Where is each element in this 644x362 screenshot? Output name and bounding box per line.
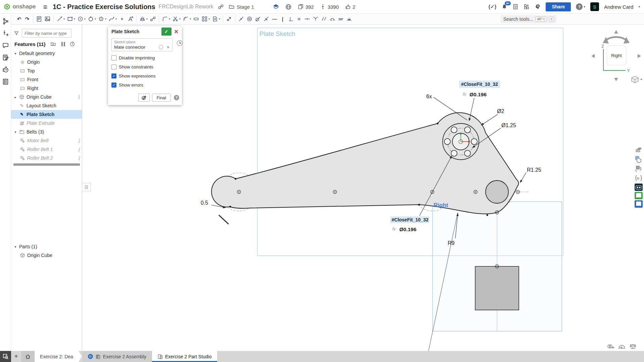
dim-closefit-bottom[interactable]: #CloseFit_10_32 <box>392 217 429 222</box>
extension-robot-icon[interactable] <box>635 184 643 191</box>
caret-down-icon[interactable]: ▾ <box>14 245 17 249</box>
feature-folder-belts[interactable]: ▾Belts (3) <box>11 127 82 136</box>
ai-advisor-icon[interactable] <box>535 4 541 10</box>
help-menu[interactable]: ?▾ <box>576 3 585 10</box>
dim-count[interactable]: 6x <box>426 94 432 99</box>
cancel-button[interactable]: ✕ <box>174 29 179 35</box>
rotate-down-arrow[interactable] <box>614 78 618 81</box>
feature-filter-input[interactable] <box>22 29 71 38</box>
tape-measure-icon[interactable] <box>607 343 614 350</box>
line-tool[interactable]: ▾ <box>55 15 66 23</box>
extension-green-docs-icon[interactable] <box>635 192 643 199</box>
bom-list-icon[interactable] <box>2 78 9 85</box>
slot-tool[interactable] <box>192 15 200 23</box>
feature-item-origin-cube[interactable]: ▸Origin Cube⋮ <box>11 93 82 101</box>
rotate-up-arrow[interactable] <box>614 30 618 34</box>
feature-item-origin[interactable]: ◎Origin <box>11 58 82 66</box>
sketch-text-tool[interactable] <box>126 15 135 23</box>
caret-down-icon[interactable]: ▾ <box>14 52 17 55</box>
notifications-bell-icon[interactable]: 9+ <box>501 4 507 10</box>
avatar[interactable]: S <box>590 2 599 11</box>
clear-selection-icon[interactable]: ✕ <box>166 45 170 50</box>
insert-feature-icon[interactable] <box>2 30 9 37</box>
normal-constraint[interactable] <box>345 15 353 23</box>
feature-item-roller-belt-1[interactable]: Roller Belt 1⋮ <box>11 145 82 154</box>
equal-constraint[interactable] <box>320 15 328 23</box>
tangent-constraint[interactable] <box>254 15 262 23</box>
roller-circle[interactable] <box>486 180 508 203</box>
perpendicular-constraint[interactable] <box>287 15 295 23</box>
search-tabs-button[interactable] <box>0 351 11 362</box>
confirm-button[interactable]: ✓ <box>161 28 171 36</box>
feature-item-motor-belt[interactable]: Motor Belt⋮ <box>11 136 82 145</box>
trim-tool[interactable]: ▾ <box>171 15 182 23</box>
protractor-icon[interactable] <box>618 343 626 350</box>
insert-image-button[interactable] <box>43 15 52 23</box>
parts-section-header[interactable]: ▾Parts (1) <box>11 242 82 251</box>
feature-item-top-plane[interactable]: Top <box>11 66 82 75</box>
feature-item-default-geometry[interactable]: ▾Default geometry <box>11 49 82 58</box>
checkbox-show-constraints[interactable]: Show constraints <box>111 64 179 69</box>
checkbox-show-errors[interactable]: Show errors <box>111 83 179 88</box>
spline-tool[interactable]: ▾ <box>107 15 118 23</box>
versions-history-icon[interactable] <box>2 18 9 25</box>
tab-exercise-2-part-studio[interactable]: Exercise 2 Part Studio <box>152 351 217 362</box>
home-tab-button[interactable] <box>21 351 35 362</box>
features-panel-collapse-handle[interactable]: ☷ <box>82 183 91 191</box>
checkbox-disable-imprinting[interactable]: Disable imprinting <box>111 55 179 60</box>
transform-tool[interactable] <box>225 15 233 23</box>
onshape-logo[interactable]: onshape <box>3 3 36 10</box>
public-doc-icon[interactable] <box>285 4 292 10</box>
offset-tool[interactable]: ▾ <box>182 15 192 23</box>
curvature-constraint[interactable] <box>328 15 337 23</box>
section-view-icon[interactable] <box>634 164 643 173</box>
dim-dia-bottom[interactable]: Ø0.196 <box>399 226 416 232</box>
fix-constraint[interactable] <box>337 15 345 23</box>
new-tab-button[interactable]: + <box>11 351 21 362</box>
view-options-icon[interactable] <box>632 76 642 83</box>
dim-dia-top[interactable]: Ø0.196 <box>469 92 487 97</box>
copies-count[interactable]: 392 <box>298 4 314 10</box>
dim-r9[interactable]: R9 <box>448 240 455 246</box>
checkbox-icon[interactable] <box>111 64 116 69</box>
feature-item-plate-sketch[interactable]: ✎Plate Sketch <box>11 110 82 119</box>
search-tools-button[interactable]: Search tools... alt/⌥ c <box>501 15 557 23</box>
dialog-help-icon[interactable]: ? <box>174 95 179 100</box>
feature-item-roller-belt-2[interactable]: Roller Belt 2⋮ <box>11 154 82 162</box>
mirror-tool[interactable]: ▾ <box>138 15 149 23</box>
checkbox-checked-icon[interactable] <box>111 73 116 79</box>
dim-r125[interactable]: R1.25 <box>527 167 541 173</box>
named-views-icon[interactable] <box>634 155 643 164</box>
import-dxf-tool[interactable]: ▾ <box>211 15 221 23</box>
feature-item-right-plane[interactable]: Right <box>11 84 82 93</box>
rollback-marker-icon[interactable]: ⋮ <box>77 138 81 143</box>
dim-dia2[interactable]: Ø2 <box>497 108 504 114</box>
history-stopwatch-icon[interactable] <box>2 66 9 73</box>
tab-exercise-2-dea[interactable]: Exercise 2: Dea <box>35 351 79 362</box>
horizontal-constraint[interactable]: — <box>270 15 279 23</box>
tasks-icon[interactable] <box>512 4 518 10</box>
rotate-arrows-icon[interactable] <box>605 37 628 41</box>
feature-item-front-plane[interactable]: Front <box>11 75 82 84</box>
likes-count[interactable]: 2 <box>345 4 355 10</box>
rotate-left-arrow[interactable] <box>591 54 595 58</box>
point-tool[interactable] <box>118 15 126 23</box>
final-button[interactable]: Final <box>152 94 171 102</box>
feature-item-layout-sketch[interactable]: ✎Layout Sketch <box>11 101 82 110</box>
center-circle-tool[interactable]: ▾ <box>76 15 87 23</box>
coincident-constraint[interactable] <box>237 15 245 23</box>
dim-closefit-top[interactable]: #CloseFit_10_32 <box>461 82 498 87</box>
redo-button[interactable]: ↷ <box>23 15 31 23</box>
suppress-pause-icon[interactable] <box>61 42 65 46</box>
learning-center-button[interactable] <box>273 3 279 10</box>
perimeter-circle-tool[interactable]: ▾ <box>87 15 97 23</box>
rollback-marker-icon[interactable]: ⋮ <box>77 95 81 100</box>
rollback-history-icon[interactable] <box>69 41 75 47</box>
fillet-tool[interactable]: ▾ <box>161 15 171 23</box>
pierce-constraint[interactable] <box>262 15 270 23</box>
rectangle-tool[interactable]: ▾ <box>66 15 76 23</box>
versions-count[interactable]: 3390 <box>320 4 339 10</box>
edit-sketch-button[interactable] <box>138 94 150 102</box>
fx-variables-icon[interactable]: fx <box>634 174 643 183</box>
defer-update-clock-icon[interactable] <box>177 40 183 46</box>
